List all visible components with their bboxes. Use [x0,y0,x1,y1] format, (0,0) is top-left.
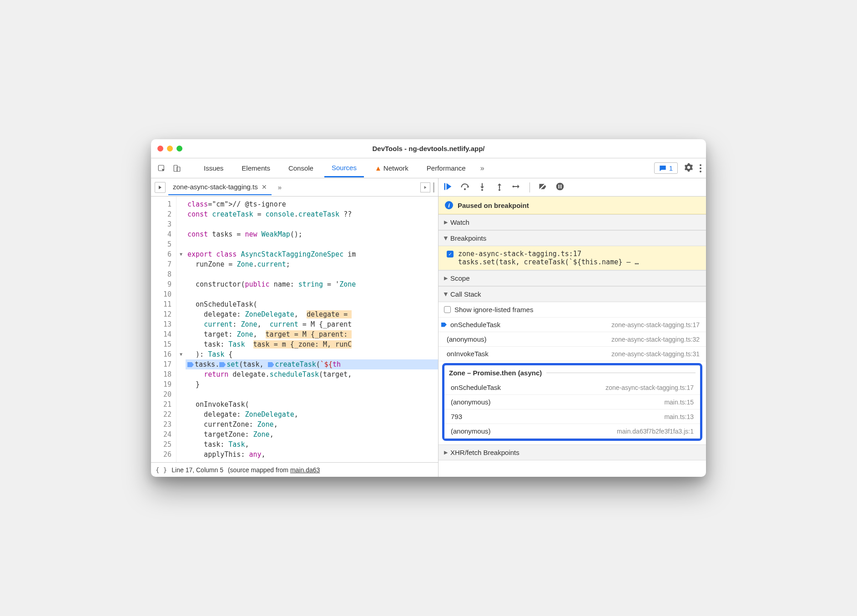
current-frame-icon [441,323,447,327]
callstack-section-header[interactable]: ▶Call Stack [439,286,706,302]
pause-exceptions-icon[interactable] [555,182,565,192]
debugger-sidebar: i Paused on breakpoint ▶Watch ▶Breakpoin… [439,197,706,477]
messages-badge[interactable]: 1 [654,162,678,174]
tab-console[interactable]: Console [281,160,321,177]
show-ignored-toggle[interactable]: Show ignore-listed frames [439,302,706,318]
editor-statusbar: { } Line 17, Column 5 (source mapped fro… [151,462,438,477]
breakpoint-code: tasks.set(task, createTask(`${this.name}… [447,258,701,266]
tab-sources[interactable]: Sources [324,159,364,177]
svg-point-6 [499,189,500,191]
fold-column: ▼▼ [176,197,186,462]
tab-elements[interactable]: Elements [234,160,277,177]
titlebar: DevTools - ng-devtools.netlify.app/ [151,139,706,158]
checkbox-icon[interactable] [444,306,451,313]
cursor-position: Line 17, Column 5 [171,466,223,474]
stack-frame[interactable]: onScheduleTaskzone-async-stack-tagging.t… [444,380,700,395]
svg-rect-11 [560,185,561,188]
breakpoint-file: zone-async-stack-tagging.ts:17 [458,250,581,258]
tab-performance[interactable]: Performance [419,160,473,177]
svg-rect-3 [444,183,446,190]
info-icon: i [445,201,453,209]
window-title: DevTools - ng-devtools.netlify.app/ [151,145,706,152]
stack-frame[interactable]: (anonymous)main.ts:15 [444,395,700,409]
watch-section-header[interactable]: ▶Watch [439,214,706,230]
source-editor[interactable]: 1234567891011121314151617181920212223242… [151,197,439,477]
warning-icon: ▲ [375,164,382,172]
code-area[interactable]: class="cm">// @ts-ignoreconst createTask… [186,197,438,462]
stack-frame[interactable]: onInvokeTaskzone-async-stack-tagging.ts:… [439,347,706,361]
tab-issues[interactable]: Issues [197,160,231,177]
line-numbers: 1234567891011121314151617181920212223242… [151,197,176,462]
main-area: 1234567891011121314151617181920212223242… [151,197,706,477]
messages-count: 1 [669,164,673,172]
call-stack-list: onScheduleTaskzone-async-stack-tagging.t… [439,318,706,361]
breakpoints-section-header[interactable]: ▶Breakpoints [439,230,706,246]
svg-point-9 [556,183,564,191]
svg-point-4 [464,188,466,190]
pretty-print-icon[interactable]: { } [156,466,167,474]
window-controls [157,146,182,151]
inspect-element-icon[interactable] [156,162,167,174]
source-map-link[interactable]: main.da63 [290,466,320,474]
devtools-window: DevTools - ng-devtools.netlify.app/ Issu… [151,139,706,477]
divider [433,182,434,192]
more-files-icon[interactable]: » [274,183,285,191]
svg-point-5 [481,189,483,191]
navigator-toggle-icon[interactable] [155,182,166,193]
file-tab-label: zone-async-stack-tagging.ts [173,183,258,191]
file-tab[interactable]: zone-async-stack-tagging.ts ✕ [168,179,272,195]
zoom-window-icon[interactable] [176,146,182,151]
async-stack-group: Zone – Promise.then (async) onScheduleTa… [442,363,702,441]
scope-section-header[interactable]: ▶Scope [439,270,706,286]
breakpoint-item[interactable]: ✓ zone-async-stack-tagging.ts:17 tasks.s… [439,246,706,270]
step-icon[interactable] [512,182,521,192]
svg-rect-10 [559,185,560,188]
more-menu-icon[interactable] [700,164,701,172]
step-into-icon[interactable] [478,182,487,192]
pane-toggle-icon[interactable] [420,182,430,192]
paused-message: Paused on breakpoint [458,202,529,209]
deactivate-breakpoints-icon[interactable] [538,182,547,192]
device-toolbar-icon[interactable] [171,162,183,174]
stack-frame[interactable]: (anonymous)zone-async-stack-tagging.ts:3… [439,332,706,347]
svg-point-7 [512,186,514,187]
separator [529,182,530,192]
minimize-window-icon[interactable] [167,146,173,151]
breakpoint-checkbox[interactable]: ✓ [447,251,454,258]
close-icon[interactable]: ✕ [262,183,267,191]
step-over-icon[interactable] [460,182,469,192]
sources-toolbar: zone-async-stack-tagging.ts ✕ » [151,178,706,197]
xhr-breakpoints-header[interactable]: ▶XHR/fetch Breakpoints [439,444,706,460]
stack-frame[interactable]: (anonymous)main.da63f7b2fe3f1fa3.js:1 [444,424,700,439]
settings-icon[interactable] [684,163,693,173]
stack-frame[interactable]: 793main.ts:13 [444,409,700,424]
resume-icon[interactable] [443,182,452,192]
close-window-icon[interactable] [157,146,163,151]
paused-banner: i Paused on breakpoint [439,197,706,214]
more-tabs-icon[interactable]: » [477,164,488,172]
source-map-info: (source mapped from main.da63 [228,466,320,474]
main-tabs: Issues Elements Console Sources ▲Network… [151,158,706,178]
tab-network[interactable]: ▲Network [368,160,416,177]
async-label: Zone – Promise.then (async) [444,365,700,380]
step-out-icon[interactable] [495,182,504,192]
stack-frame[interactable]: onScheduleTaskzone-async-stack-tagging.t… [439,318,706,332]
